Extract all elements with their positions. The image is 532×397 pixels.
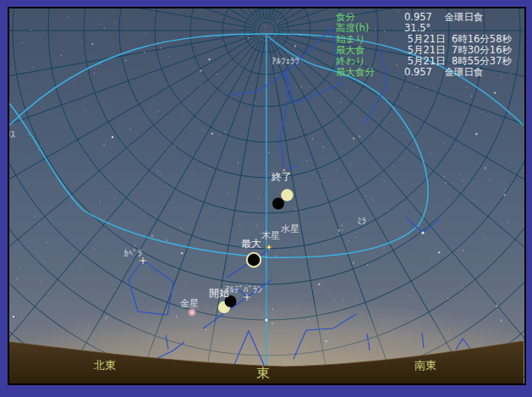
- direction-label-east: 東: [256, 367, 270, 380]
- planet-label-mercury: 水星: [281, 224, 299, 234]
- direction-label-southeast: 南東: [414, 360, 436, 371]
- star-label-aldebaran: ｱﾙﾃﾞﾊﾞﾗﾝ: [225, 285, 262, 295]
- direction-label-northeast: 北東: [94, 360, 116, 371]
- star-label-polaris: ﾘｽ: [8, 130, 15, 140]
- sky-labels-layer: 食分0.957 金環日食高度(h)31.5°始まり 5月21日 6時16分58秒…: [9, 8, 524, 383]
- eclipse-info-panel: 食分0.957 金環日食高度(h)31.5°始まり 5月21日 6時16分58秒…: [336, 12, 524, 78]
- app-window: { "app": {"type": "planetarium-eclipse-s…: [0, 0, 532, 397]
- sky-map-view[interactable]: 食分0.957 金環日食高度(h)31.5°始まり 5月21日 6時16分58秒…: [8, 7, 526, 385]
- star-label-mira: ﾐﾗ: [357, 217, 366, 226]
- info-row-value: 0.957 金環日食: [404, 67, 484, 78]
- eclipse-event-label-start: 開始: [209, 288, 229, 298]
- eclipse-event-label-max: 最大: [241, 239, 261, 249]
- star-label-alpheratz: ｱﾙﾌｪﾗﾂ: [271, 57, 299, 66]
- info-row: 最大食分0.957 金環日食: [336, 67, 524, 78]
- eclipse-event-label-end: 終了: [271, 172, 292, 182]
- info-row-label: 最大食分: [336, 67, 404, 78]
- planet-label-jupiter: 木星: [261, 231, 280, 240]
- star-label-capella: ｶﾍﾟﾗ: [123, 249, 142, 258]
- planet-label-venus: 金星: [180, 299, 199, 308]
